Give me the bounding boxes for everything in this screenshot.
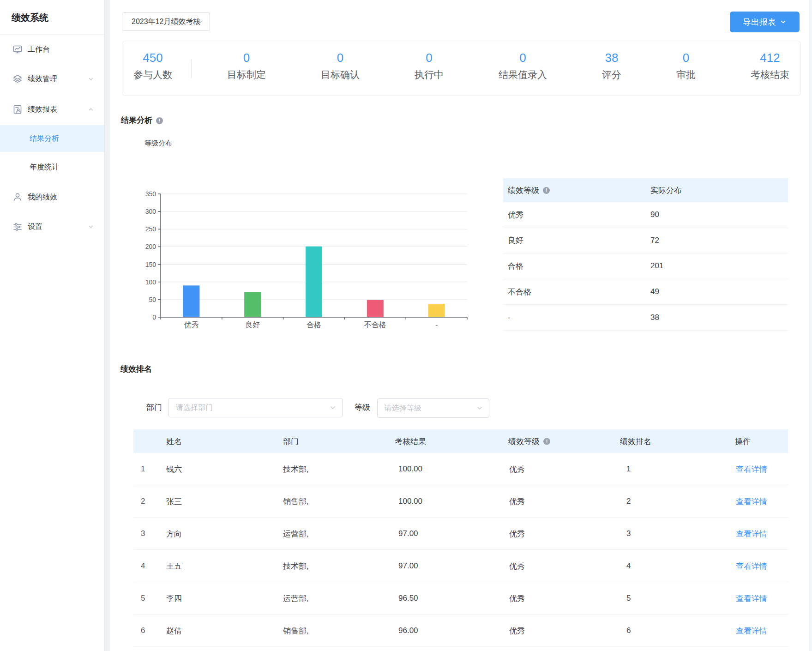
ranking-table: 姓名部门考核结果绩效等级 !绩效排名操作 1钱六技术部,100.00优秀1查看详… [133, 429, 788, 647]
export-report-button[interactable]: 导出报表 [730, 12, 800, 32]
view-details-link[interactable]: 查看详情 [736, 464, 767, 474]
ranking-row-6: 6赵倩销售部,96.00优秀6查看详情 [133, 615, 788, 647]
ranking-row-1: 1钱六技术部,100.00优秀1查看详情 [133, 453, 788, 485]
grade: 优秀 [509, 561, 525, 571]
svg-text:350: 350 [145, 190, 156, 198]
stat-label: 结果值录入 [499, 70, 547, 80]
grade: 优秀 [509, 464, 525, 474]
sidebar-item-6[interactable]: 我的绩效 [0, 182, 104, 212]
employee-name: 方向 [166, 528, 182, 539]
stat-label: 参与人数 [133, 70, 172, 80]
user-icon [12, 192, 23, 202]
info-icon[interactable]: ! [543, 187, 550, 194]
stat-3: 0目标确认 [321, 51, 360, 80]
svg-text:不合格: 不合格 [364, 321, 386, 329]
ranking-row-5: 5李四运营部,96.50优秀5查看详情 [133, 582, 788, 615]
dashboard-icon [12, 44, 23, 54]
period-select[interactable]: 2023年12月绩效考核 [122, 12, 210, 31]
ranking-row-2: 2张三销售部,100.00优秀2查看详情 [133, 485, 788, 518]
sidebar-menu: 工作台绩效管理绩效报表结果分析年度统计我的绩效设置 [0, 35, 104, 241]
sidebar-item-2[interactable]: 绩效管理 [0, 64, 104, 94]
distribution-grade: 良好 [508, 235, 523, 246]
rank: 1 [626, 464, 631, 474]
ranking-header-4: 绩效等级 ! [508, 436, 550, 446]
score: 97.00 [398, 529, 418, 538]
view-details-link[interactable]: 查看详情 [736, 625, 767, 636]
chevron-down-icon [780, 18, 787, 25]
row-index: 1 [141, 464, 145, 474]
distribution-header-count: 实际分布 [650, 185, 788, 196]
svg-text:300: 300 [145, 208, 156, 215]
sidebar: 绩效系统 工作台绩效管理绩效报表结果分析年度统计我的绩效设置 [0, 0, 105, 651]
grade: 优秀 [509, 496, 525, 506]
distribution-row-5: -38 [503, 305, 788, 331]
department: 销售部, [283, 496, 309, 506]
ranking-header-2: 部门 [283, 436, 299, 446]
sidebar-item-label: 设置 [28, 222, 42, 232]
view-details-link[interactable]: 查看详情 [736, 593, 767, 603]
ranking-header-3: 考核结果 [395, 436, 426, 446]
sidebar-gap [105, 0, 110, 651]
distribution-count: 201 [650, 261, 788, 271]
stat-label: 评分 [602, 70, 621, 80]
info-icon[interactable]: ! [543, 438, 550, 445]
bar-良好 [244, 292, 261, 317]
score: 100.00 [398, 464, 422, 474]
score: 100.00 [398, 497, 422, 506]
sidebar-item-1[interactable]: 工作台 [0, 35, 104, 64]
svg-text:合格: 合格 [307, 321, 321, 329]
distribution-grade: 合格 [508, 261, 523, 271]
rank: 2 [626, 497, 631, 506]
department: 运营部, [283, 593, 309, 603]
distribution-row-3: 合格201 [503, 253, 788, 279]
ranking-header-1: 姓名 [166, 436, 182, 446]
sidebar-item-label: 绩效管理 [28, 74, 57, 84]
stat-value: 412 [751, 51, 789, 64]
department: 销售部, [283, 625, 309, 636]
sidebar-item-4[interactable]: 结果分析 [0, 125, 104, 152]
row-index: 5 [141, 594, 145, 603]
ranking-table-header: 姓名部门考核结果绩效等级 !绩效排名操作 [133, 429, 788, 453]
app-title: 绩效系统 [12, 12, 48, 24]
score: 97.00 [398, 561, 418, 571]
grade-filter-placeholder: 请选择等级 [385, 404, 421, 413]
distribution-grade: 优秀 [508, 210, 523, 220]
svg-text:150: 150 [145, 261, 156, 268]
stat-8: 412考核结束 [751, 51, 789, 80]
stat-divider [191, 60, 192, 78]
sidebar-item-3[interactable]: 绩效报表 [0, 94, 104, 125]
distribution-row-2: 良好72 [503, 228, 788, 254]
row-index: 4 [141, 561, 145, 571]
dept-filter-placeholder: 请选择部门 [176, 403, 213, 413]
distribution-count: 38 [650, 313, 788, 322]
dept-filter-label: 部门 [146, 403, 162, 413]
svg-text:200: 200 [145, 243, 156, 250]
scrollbar[interactable] [809, 0, 812, 651]
ranking-header-5: 绩效排名 [620, 436, 651, 446]
employee-name: 张三 [166, 496, 182, 506]
view-details-link[interactable]: 查看详情 [736, 528, 767, 539]
period-select-value: 2023年12月绩效考核 [132, 17, 200, 27]
sidebar-item-5[interactable]: 年度统计 [0, 152, 104, 182]
performance-system-page: 绩效系统 工作台绩效管理绩效报表结果分析年度统计我的绩效设置 2023年12月绩… [0, 0, 812, 651]
ranking-title: 绩效排名 [120, 362, 152, 376]
bar-不合格 [367, 300, 384, 317]
stat-value: 450 [133, 51, 172, 64]
section-title-result-analysis: 结果分析 ! [121, 114, 163, 127]
sidebar-item-7[interactable]: 设置 [0, 212, 104, 241]
svg-text:50: 50 [149, 296, 156, 303]
chevron-down-icon [329, 404, 337, 411]
stat-5: 0结果值录入 [499, 51, 547, 80]
view-details-link[interactable]: 查看详情 [736, 561, 767, 571]
dept-filter-select[interactable]: 请选择部门 [168, 398, 343, 417]
grade-filter-label: 等级 [355, 403, 370, 413]
stat-value: 0 [415, 51, 444, 64]
stat-label: 目标确认 [321, 70, 360, 80]
view-details-link[interactable]: 查看详情 [736, 496, 767, 506]
info-icon[interactable]: ! [156, 117, 163, 124]
stat-label: 考核结束 [751, 70, 789, 80]
grade-filter-select[interactable]: 请选择等级 [377, 398, 489, 418]
sidebar-item-label: 年度统计 [30, 163, 59, 172]
stat-value: 38 [602, 51, 621, 64]
grade: 优秀 [509, 593, 525, 603]
